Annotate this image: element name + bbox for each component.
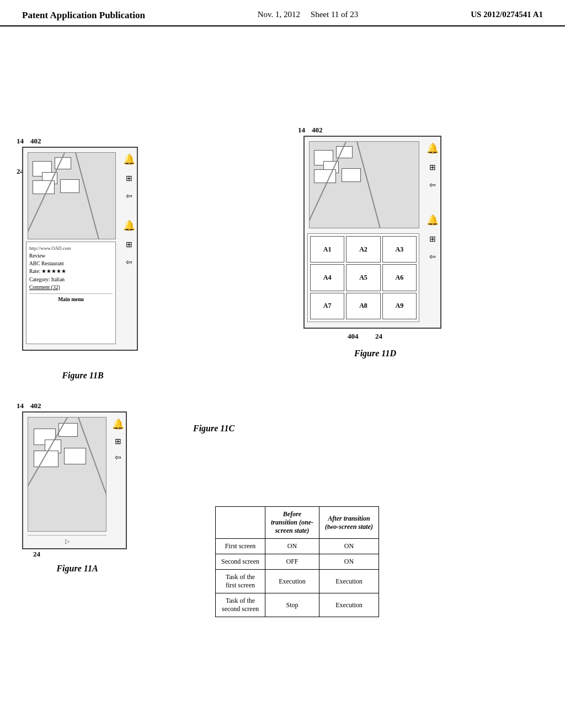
grid-a9: A9 [382,293,417,319]
row-label-task-first: Task of thefirst screen [216,570,265,593]
grid-a7: A7 [310,293,344,319]
patent-number: US 2012/0274541 A1 [471,10,543,19]
table-row-second-screen: Second screen OFF ON [216,554,379,570]
fig11d-icon5: ⊞ [429,234,436,244]
row-after-first-screen: ON [319,539,379,554]
fig11b-icon3: ⇦ [126,191,132,201]
fig11a-icon2: ⊞ [115,437,121,446]
table-row-task-second: Task of thesecond screen Stop Execution [216,593,379,617]
fig11d-label404: 404 [348,332,359,341]
fig11b-review: Review [29,252,113,260]
figure-11b-container: 14 402 24 401 http://www.OAD.com [17,137,149,381]
fig11d-label402: 402 [312,126,323,135]
sheet-info: Sheet 11 of 23 [311,10,359,19]
fig11a-label14: 14 [17,402,24,410]
fig11b-icon2: ⊞ [126,174,132,183]
table-header-after: After transition(two-screen state) [319,507,379,539]
fig11d-icon2: ⊞ [429,163,436,172]
grid-a6: A6 [382,264,417,291]
fig11a-label402: 402 [30,402,41,410]
figure-11d-container: 14 402 A1 A2 [298,126,452,358]
grid-a1: A1 [310,236,344,263]
figure-11a-container: 14 402 🔔 ⊞ [17,402,138,574]
row-label-first-screen: First screen [216,539,265,554]
fig11b-url: http://www.OAD.com [29,245,113,252]
publication-date-sheet: Nov. 1, 2012 Sheet 11 of 23 [258,10,359,19]
state-table: Beforetransition (one-screen state) Afte… [215,506,379,617]
figure-11c-container: Figure 11C [193,424,234,433]
fig11b-icon6: ⇦ [126,258,132,267]
fig11b-label402: 402 [30,137,41,146]
fig11a-icon1: 🔔 [112,418,124,430]
fig11d-icon1: 🔔 [427,142,439,154]
fig11b-label: Figure 11B [17,371,149,381]
fig11b-category: Category: Italian [29,276,113,283]
fig11b-icon5: ⊞ [126,240,132,249]
fig11d-label24: 24 [375,332,382,341]
row-before-second-screen: OFF [265,554,319,570]
fig11b-restaurant: ABC Restaurant [29,260,113,267]
fig11b-mainmenu: Main menu [29,293,113,303]
fig11b-comment: Comment (32) [29,283,113,291]
fig11d-icon4: 🔔 [427,214,439,226]
table-row-task-first: Task of thefirst screen Execution Execut… [216,570,379,593]
fig11b-icon1: 🔔 [123,153,135,165]
fig11a-label24: 24 [33,550,40,559]
fig11a-icon3: ⇦ [115,453,121,462]
fig11d-label: Figure 11D [298,349,452,358]
fig11b-rate: Rate: ★★★★★ [29,267,113,275]
grid-a3: A3 [382,236,417,263]
fig11a-label: Figure 11A [17,564,138,574]
table-row-first-screen: First screen ON ON [216,539,379,554]
fig11a-bottom: ▷ [65,538,70,545]
fig11d-label14: 14 [298,126,305,135]
publication-date: Nov. 1, 2012 [258,10,300,19]
row-after-second-screen: ON [319,554,379,570]
table-header-before: Beforetransition (one-screen state) [265,507,319,539]
grid-a4: A4 [310,264,344,291]
fig11d-icon6: ⇦ [429,252,436,261]
publication-title: Patent Application Publication [22,10,145,21]
row-before-first-screen: ON [265,539,319,554]
grid-a5: A5 [346,264,380,291]
row-after-task-first: Execution [319,570,379,593]
fig11b-label14: 14 [17,137,24,146]
grid-a8: A8 [346,293,380,319]
fig11b-icon4: 🔔 [123,220,135,232]
page-header: Patent Application Publication Nov. 1, 2… [0,0,565,26]
fig11d-icon3: ⇦ [429,180,436,190]
row-before-task-first: Execution [265,570,319,593]
row-before-task-second: Stop [265,593,319,617]
grid-a2: A2 [346,236,380,263]
row-label-task-second: Task of thesecond screen [216,593,265,617]
row-label-second-screen: Second screen [216,554,265,570]
row-after-task-second: Execution [319,593,379,617]
main-content: 14 402 🔔 ⊞ [0,26,565,710]
